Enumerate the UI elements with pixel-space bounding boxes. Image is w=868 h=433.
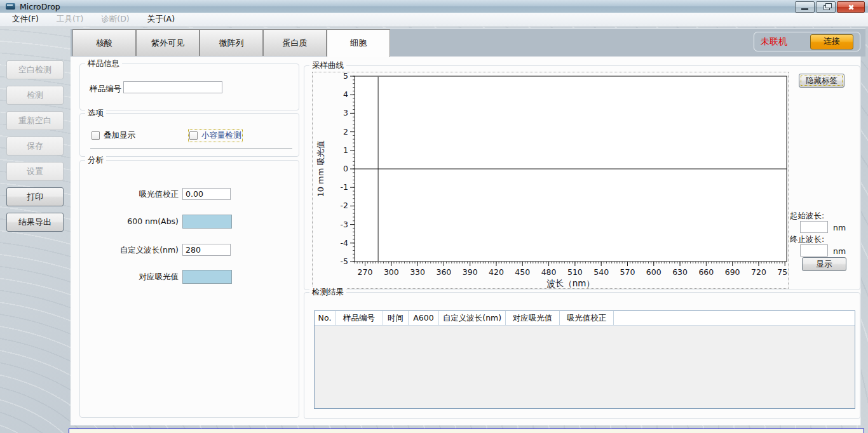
- svg-text:600: 600: [646, 267, 661, 277]
- minimize-button[interactable]: [795, 1, 815, 13]
- column-header-a600[interactable]: A600: [409, 311, 439, 325]
- menu-item-tools: 工具(T): [52, 13, 88, 26]
- custom-abs-value-field: [182, 270, 232, 284]
- svg-text:750: 750: [777, 267, 788, 277]
- svg-text:1: 1: [343, 145, 348, 155]
- sidebar-button-export-results[interactable]: 结果导出: [6, 213, 64, 232]
- svg-text:630: 630: [672, 267, 688, 277]
- sidebar: 空白检测 检测 重新空白 保存 设置 打印 结果导出: [6, 60, 64, 238]
- tab-protein[interactable]: 蛋白质: [263, 29, 327, 56]
- svg-text:波长（nm）: 波长（nm）: [546, 278, 595, 288]
- menu-item-file[interactable]: 文件(F): [8, 13, 43, 26]
- sample-info-group: 样品信息 样品编号: [79, 63, 299, 110]
- end-wavelength-label: 终止波长:: [790, 234, 824, 245]
- small-volume-label: 小容量检测: [201, 130, 241, 141]
- overlay-display-label: 叠加显示: [104, 130, 135, 141]
- svg-text:420: 420: [489, 267, 504, 277]
- connection-status: 未联机: [761, 36, 787, 48]
- sampling-curve-group: 采样曲线 27030033036039042045048051054057060…: [304, 65, 860, 290]
- analysis-group-title: 分析: [85, 155, 106, 166]
- abs-correction-label: 吸光值校正: [80, 187, 179, 201]
- svg-text:570: 570: [620, 267, 635, 277]
- svg-text:-2: -2: [341, 201, 348, 210]
- hide-labels-button[interactable]: 隐藏标签: [799, 74, 844, 88]
- tab-uv-vis[interactable]: 紫外可见: [136, 29, 200, 56]
- options-group-title: 选项: [85, 108, 106, 119]
- restore-icon: [824, 5, 830, 10]
- menu-item-about[interactable]: 关于(A): [143, 13, 179, 26]
- column-header-sample-id[interactable]: 样品编号: [336, 311, 383, 325]
- abs-correction-input[interactable]: [182, 188, 231, 200]
- sample-info-group-title: 样品信息: [85, 58, 122, 69]
- column-header-time[interactable]: 时间: [383, 311, 409, 325]
- a600-label: 600 nm(Abs): [80, 215, 179, 229]
- analysis-group: 分析 吸光值校正 600 nm(Abs) 自定义波长(nm) 对应吸光值: [79, 160, 299, 418]
- sidebar-button-blank-measure: 空白检测: [6, 60, 64, 79]
- results-group: 检测结果 No. 样品编号 时间 A600 自定义波长(nm) 对应吸光值 吸光…: [304, 292, 860, 419]
- close-icon: [848, 4, 855, 11]
- sidebar-button-save: 保存: [6, 137, 64, 156]
- main-panel: 样品信息 样品编号 选项 叠加显示 小容量检测 分析 吸光值校正 600 nm(…: [71, 56, 861, 425]
- svg-text:690: 690: [725, 267, 740, 277]
- svg-text:540: 540: [593, 267, 609, 277]
- custom-wavelength-row: 自定义波长(nm): [80, 243, 299, 257]
- svg-text:4: 4: [343, 90, 348, 99]
- column-header-custom-wavelength[interactable]: 自定义波长(nm): [439, 311, 506, 325]
- restore-button[interactable]: [816, 1, 836, 13]
- close-button[interactable]: [837, 1, 865, 13]
- sidebar-button-print[interactable]: 打印: [6, 187, 64, 206]
- a600-row: 600 nm(Abs): [80, 215, 299, 229]
- mode-tab-strip: 核酸 紫外可见 微阵列 蛋白质 细胞 未联机 连接: [71, 28, 865, 57]
- start-wavelength-input[interactable]: [800, 221, 828, 233]
- end-wavelength-input[interactable]: [800, 244, 828, 256]
- spectrum-chart[interactable]: 2703003303603904204504805105405706006306…: [312, 72, 789, 289]
- tab-nucleic-acid[interactable]: 核酸: [72, 29, 136, 56]
- status-bar: [69, 429, 864, 433]
- abs-correction-row: 吸光值校正: [80, 187, 299, 201]
- column-header-custom-abs[interactable]: 对应吸光值: [506, 311, 560, 325]
- results-group-title: 检测结果: [309, 287, 346, 298]
- sampling-curve-group-title: 采样曲线: [309, 60, 346, 71]
- sample-id-label: 样品编号: [90, 84, 121, 95]
- svg-text:5: 5: [343, 72, 348, 81]
- options-group: 选项 叠加显示 小容量检测: [79, 113, 299, 157]
- connect-button[interactable]: 连接: [810, 34, 853, 50]
- svg-text:330: 330: [410, 267, 425, 277]
- menu-bar: 文件(F) 工具(T) 诊断(D) 关于(A): [0, 13, 868, 27]
- checkbox-box-icon[interactable]: [189, 131, 198, 140]
- svg-text:660: 660: [698, 267, 714, 277]
- window-controls: [795, 1, 865, 13]
- svg-text:-1: -1: [341, 182, 348, 192]
- svg-text:-4: -4: [341, 238, 349, 248]
- tab-cell[interactable]: 细胞: [327, 29, 390, 57]
- svg-text:480: 480: [541, 267, 557, 277]
- column-header-abs-correction[interactable]: 吸光值校正: [560, 311, 614, 325]
- sample-id-input[interactable]: [123, 81, 222, 93]
- svg-text:-3: -3: [341, 220, 348, 229]
- custom-wavelength-input[interactable]: [182, 244, 231, 256]
- options-separator: [90, 148, 292, 149]
- svg-text:720: 720: [751, 267, 766, 277]
- title-bar: MicroDrop: [0, 0, 868, 13]
- svg-text:0: 0: [343, 164, 348, 173]
- custom-abs-label: 对应吸光值: [80, 270, 179, 284]
- svg-text:390: 390: [463, 267, 478, 277]
- menu-item-diagnostics: 诊断(D): [97, 13, 133, 26]
- start-wavelength-unit: nm: [833, 223, 846, 232]
- results-table-header: No. 样品编号 时间 A600 自定义波长(nm) 对应吸光值 吸光值校正: [315, 311, 855, 326]
- checkbox-box-icon[interactable]: [92, 131, 100, 140]
- connection-group: 未联机 连接: [754, 32, 860, 51]
- end-wavelength-unit: nm: [833, 246, 846, 256]
- a600-value-field: [182, 215, 232, 229]
- svg-text:-5: -5: [341, 256, 348, 266]
- results-table[interactable]: No. 样品编号 时间 A600 自定义波长(nm) 对应吸光值 吸光值校正: [314, 310, 855, 409]
- column-header-no[interactable]: No.: [315, 311, 336, 325]
- small-volume-checkbox[interactable]: 小容量检测: [189, 130, 241, 141]
- svg-text:360: 360: [436, 267, 451, 277]
- svg-text:450: 450: [515, 267, 530, 277]
- overlay-display-checkbox[interactable]: 叠加显示: [92, 130, 135, 141]
- show-range-button[interactable]: 显示: [802, 257, 846, 271]
- sidebar-button-settings: 设置: [6, 162, 64, 181]
- custom-wavelength-label: 自定义波长(nm): [80, 243, 179, 257]
- tab-microarray[interactable]: 微阵列: [200, 29, 263, 56]
